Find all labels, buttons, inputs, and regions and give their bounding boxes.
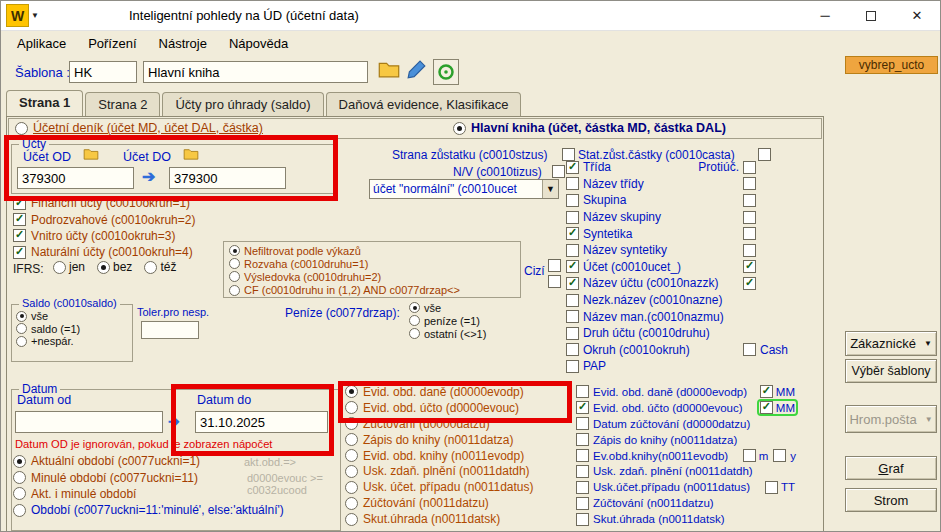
chevron-down-icon[interactable]: ▼ — [542, 180, 558, 198]
graph-button[interactable]: Graf — [845, 456, 937, 480]
folder-icon[interactable] — [183, 148, 199, 163]
ifrs-radio[interactable] — [97, 261, 110, 274]
date-type-radio[interactable] — [345, 465, 358, 478]
column-secondary-checkbox[interactable] — [743, 260, 756, 273]
menu-item[interactable]: Aplikace — [7, 33, 76, 54]
date-type-radio[interactable] — [345, 513, 358, 526]
date-to-input[interactable] — [195, 411, 328, 433]
maximize-button[interactable] — [848, 1, 894, 30]
column-checkbox[interactable] — [566, 327, 579, 340]
column-checkbox[interactable] — [566, 244, 579, 257]
date-column-checkbox[interactable] — [576, 513, 589, 526]
column-checkbox[interactable] — [566, 161, 579, 174]
menu-item[interactable]: Nástroje — [149, 33, 217, 54]
date-type-radio[interactable] — [345, 497, 358, 510]
date-type-radio[interactable] — [345, 401, 358, 414]
column-secondary-checkbox[interactable] — [743, 194, 756, 207]
column-checkbox[interactable] — [566, 343, 579, 356]
date-column-checkbox[interactable] — [576, 449, 589, 462]
column-checkbox[interactable] — [566, 310, 579, 323]
menu-item[interactable]: Pořízení — [78, 33, 146, 54]
okruh-checkbox[interactable] — [13, 229, 26, 242]
date-column-checkbox[interactable] — [576, 465, 589, 478]
tab[interactable]: Strana 2 — [85, 92, 160, 117]
date-format-checkbox[interactable] — [765, 481, 778, 494]
close-button[interactable]: ✕ — [894, 1, 940, 30]
column-checkbox[interactable] — [566, 260, 579, 273]
date-format-checkbox-2[interactable] — [773, 449, 786, 462]
ifrs-radio[interactable] — [144, 261, 157, 274]
target-button[interactable] — [433, 59, 459, 85]
customer-views-button[interactable]: Zákaznické ▼ — [845, 331, 937, 356]
date-column-checkbox[interactable] — [576, 497, 589, 510]
date-type-radio[interactable] — [345, 481, 358, 494]
column-checkbox[interactable] — [566, 277, 579, 290]
statement-radio[interactable] — [229, 245, 240, 256]
date-type-radio[interactable] — [345, 417, 358, 430]
nv-checkbox[interactable] — [552, 165, 565, 178]
logo-caret-icon[interactable]: ▼ — [31, 11, 39, 20]
account-to-input[interactable] — [169, 167, 286, 189]
date-column-checkbox[interactable] — [576, 385, 589, 398]
menu-item[interactable]: Nápověda — [219, 33, 298, 54]
edit-pencil-icon[interactable] — [407, 60, 426, 82]
period-radio[interactable] — [13, 504, 26, 517]
statement-radio[interactable] — [229, 258, 240, 269]
column-secondary-checkbox[interactable] — [743, 211, 756, 224]
foreign-checkbox-1[interactable] — [548, 259, 561, 272]
stat-balance-checkbox[interactable] — [758, 148, 771, 161]
tolerance-input[interactable] — [141, 321, 199, 339]
money-radio[interactable] — [409, 315, 420, 326]
date-column-checkbox[interactable] — [576, 481, 589, 494]
app-logo-icon[interactable]: W — [6, 4, 29, 27]
column-secondary-checkbox[interactable] — [743, 177, 756, 190]
bulk-mail-button[interactable]: Hrom.pošta ▼ — [845, 405, 937, 433]
date-type-radio[interactable] — [345, 449, 358, 462]
date-format-checkbox[interactable] — [760, 385, 773, 398]
date-format-checkbox[interactable] — [743, 449, 756, 462]
date-column-checkbox[interactable] — [576, 417, 589, 430]
template-select-button[interactable]: Výběr šablony — [845, 359, 937, 383]
column-secondary-checkbox[interactable] — [743, 161, 756, 174]
saldo-radio[interactable] — [16, 311, 27, 322]
saldo-radio[interactable] — [16, 336, 27, 347]
column-checkbox[interactable] — [566, 211, 579, 224]
saldo-radio[interactable] — [16, 323, 27, 334]
column-secondary-checkbox[interactable] — [743, 227, 756, 240]
okruh-checkbox[interactable] — [13, 213, 26, 226]
date-type-radio[interactable] — [345, 433, 358, 446]
account-type-dropdown[interactable]: účet "normální" (c0010ucet ▼ — [369, 179, 559, 199]
tab[interactable]: Daňová evidence, Klasifikace — [326, 92, 522, 117]
tab[interactable]: Strana 1 — [6, 90, 83, 117]
okruh-checkbox[interactable] — [13, 197, 26, 210]
date-type-radio[interactable] — [345, 385, 358, 398]
column-checkbox[interactable] — [566, 227, 579, 240]
statement-radio[interactable] — [229, 271, 240, 282]
kniha-radio[interactable] — [453, 122, 466, 135]
folder-icon[interactable] — [83, 148, 99, 163]
account-from-input[interactable] — [17, 167, 134, 189]
minimize-button[interactable]: ─ — [802, 1, 848, 30]
period-radio[interactable] — [13, 455, 26, 468]
column-secondary-checkbox[interactable] — [743, 277, 756, 290]
column-checkbox[interactable] — [566, 294, 579, 307]
foreign-checkbox-2[interactable] — [548, 275, 561, 288]
okruh-checkbox[interactable] — [13, 246, 26, 259]
column-checkbox[interactable] — [566, 177, 579, 190]
date-column-checkbox[interactable] — [576, 433, 589, 446]
money-radio[interactable] — [409, 302, 420, 313]
column-secondary-checkbox[interactable] — [743, 343, 756, 356]
tree-button[interactable]: Strom — [845, 488, 937, 512]
template-code-input[interactable] — [69, 61, 137, 83]
ifrs-radio[interactable] — [53, 261, 66, 274]
date-format-checkbox[interactable] — [760, 401, 773, 414]
tab[interactable]: Účty pro úhrady (saldo) — [162, 92, 323, 117]
period-radio[interactable] — [13, 471, 26, 484]
date-from-input[interactable] — [15, 411, 163, 433]
money-radio[interactable] — [409, 328, 420, 339]
open-folder-icon[interactable] — [378, 61, 400, 81]
period-radio[interactable] — [13, 487, 26, 500]
template-name-input[interactable] — [143, 61, 368, 83]
statement-radio[interactable] — [229, 285, 240, 296]
date-column-checkbox[interactable] — [576, 401, 589, 414]
